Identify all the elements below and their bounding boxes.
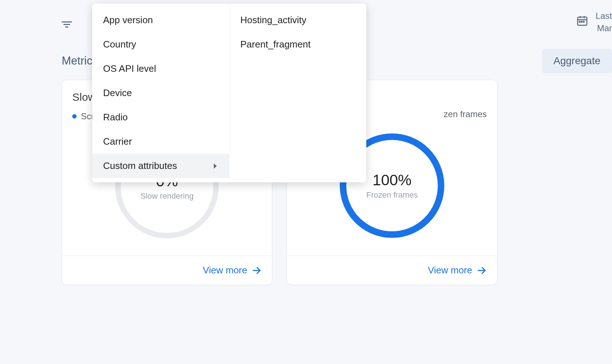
menu-item-label: Hosting_activity [240,15,306,26]
menu-item-label: Country [103,39,136,50]
filter-icon[interactable] [62,19,72,29]
menu-item-device[interactable]: Device [92,81,229,105]
menu-item-label: Parent_fragment [240,39,311,50]
menu-item-label: OS API level [103,63,156,74]
svg-point-6 [583,21,584,22]
view-more-button[interactable]: View more [62,256,272,285]
svg-point-4 [579,21,580,22]
filter-menu: App versionCountryOS API levelDeviceRadi… [92,4,366,182]
date-line-1: Last [596,11,612,21]
view-more-label: View more [428,265,472,276]
menu-item-carrier[interactable]: Carrier [92,129,229,154]
menu-item-label: App version [103,15,153,26]
menu-item-app-version[interactable]: App version [92,8,229,32]
menu-item-label: Carrier [103,136,132,147]
legend-dot [72,114,77,119]
date-line-2: Mar [597,23,612,33]
gauge-label: Frozen frames [366,190,418,200]
menu-item-label: Device [103,87,132,99]
gauge-label: Slow rendering [140,191,194,201]
menu-item-country[interactable]: Country [92,32,229,57]
menu-item-label: Radio [103,112,128,123]
menu-item-parent-fragment[interactable]: Parent_fragment [229,32,366,57]
calendar-icon [576,15,588,27]
menu-item-custom-attributes[interactable]: Custom attributes [92,154,229,178]
arrow-right-icon [477,265,487,276]
gauge-percent: 100% [372,171,411,189]
date-range[interactable]: Last Mar [576,11,612,33]
menu-item-label: Custom attributes [103,160,177,171]
aggregate-button[interactable]: Aggregate [542,49,612,73]
arrow-right-icon [252,265,262,276]
card-subtitle: zen frames [444,109,487,119]
menu-item-os-api-level[interactable]: OS API level [92,57,229,81]
menu-item-radio[interactable]: Radio [92,105,229,129]
view-more-button[interactable]: View more [287,256,497,285]
menu-item-hosting-activity[interactable]: Hosting_activity [229,8,366,32]
svg-point-5 [581,21,582,22]
chevron-right-icon [214,164,217,169]
view-more-label: View more [203,265,247,276]
